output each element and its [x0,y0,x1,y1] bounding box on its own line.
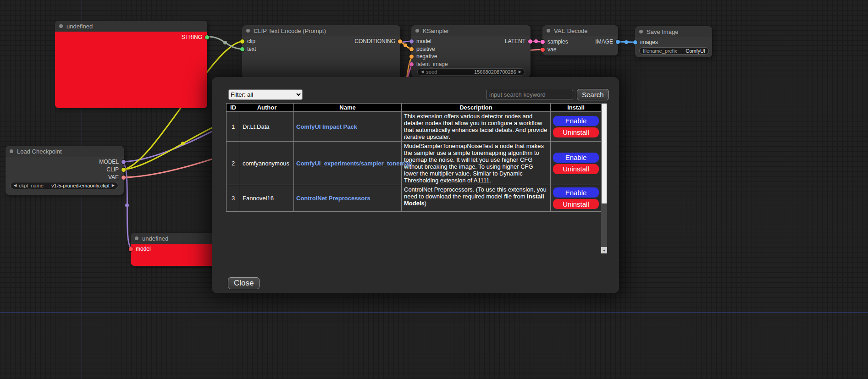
output-port-clip[interactable] [122,168,126,172]
node-ksampler[interactable]: KSampler model positive negative latent_… [411,25,531,77]
node-title: KSampler [423,27,449,34]
node-title: CLIP Text Encode (Prompt) [254,27,326,34]
ext-id: 1 [227,112,240,142]
scroll-down-icon: ▼ [603,249,606,252]
search-input[interactable] [486,90,573,99]
node-load-checkpoint[interactable]: Load Checkpoint MODEL CLIP VAE ◀ ckpt_na… [6,146,124,195]
widget-label: filename_prefix [643,48,677,54]
output-port-latent[interactable] [528,39,532,44]
table-header-row: ID Author Name Description Install [227,104,602,112]
input-label: latent_image [416,61,448,67]
uninstall-button[interactable]: Uninstall [553,164,599,174]
ext-author: comfyanonymous [240,142,294,185]
extension-row: 2 comfyanonymous ComfyUI_experiments/sam… [227,142,602,185]
output-label: STRING [182,34,202,40]
close-button[interactable]: Close [228,277,260,289]
input-label: positive [416,46,435,52]
input-label: clip [247,38,255,44]
input-label: model [416,38,431,44]
output-label: IMAGE [595,38,613,45]
node-undefined-string[interactable]: undefined STRING [55,21,207,108]
input-port-images[interactable] [633,40,637,44]
input-port-vae[interactable] [541,48,545,52]
uninstall-button[interactable]: Uninstall [553,199,599,209]
ext-name-link[interactable]: ComfyUI Impact Pack [296,123,357,130]
node-title: VAE Decode [554,27,587,34]
collapse-dot-icon[interactable] [246,29,250,33]
collapse-dot-icon[interactable] [415,29,419,33]
output-label: MODEL [99,159,119,165]
input-port-latent-image[interactable] [409,62,414,66]
node-title: undefined [142,235,168,242]
filter-select[interactable]: Filter: all [228,89,303,100]
scrollbar[interactable]: ▼ [601,103,607,253]
input-port-text[interactable] [240,47,244,51]
extension-row: 3 Fannovel16 ControlNet Preprocessors Co… [227,185,602,212]
next-arrow-icon[interactable]: ▶ [112,184,115,187]
output-label: LATENT [505,38,525,44]
input-port-model[interactable] [129,247,133,251]
input-port-samples[interactable] [541,40,545,44]
node-titlebar[interactable]: VAE Decode [542,25,618,36]
output-label: CLIP [106,166,119,173]
node-titlebar[interactable]: KSampler [411,25,531,36]
output-port-vae[interactable] [122,176,126,180]
enable-button[interactable]: Enable [553,153,599,163]
scrollbar-thumb[interactable] [602,104,607,203]
uninstall-button[interactable]: Uninstall [553,127,599,137]
widget-value: 156680208700286 [474,69,516,75]
output-port-string[interactable] [205,35,209,39]
header-id: ID [227,104,240,112]
widget-value: ComfyUI [686,48,705,54]
widget-label: seed [426,69,437,75]
previous-arrow-icon[interactable]: ◀ [14,184,17,187]
input-port-clip[interactable] [240,39,244,44]
ext-author: Dr.Lt.Data [240,112,294,142]
increment-arrow-icon[interactable]: ▶ [519,70,521,74]
decrement-arrow-icon[interactable]: ◀ [421,70,424,74]
node-save-image[interactable]: Save Image images filename_prefix ComfyU… [635,26,712,57]
widget-label: ckpt_name [19,183,44,188]
node-title: Load Checkpoint [17,148,62,155]
input-label: vae [547,46,556,53]
collapse-dot-icon[interactable] [59,24,63,28]
node-titlebar[interactable]: Save Image [635,26,712,37]
output-port-image[interactable] [616,40,620,44]
node-title: undefined [66,23,93,30]
node-clip-text-encode[interactable]: CLIP Text Encode (Prompt) clip text COND… [242,25,400,78]
output-port-conditioning[interactable] [398,39,402,44]
node-vae-decode[interactable]: VAE Decode samples vae IMAGE [542,25,618,55]
node-titlebar[interactable]: CLIP Text Encode (Prompt) [242,25,400,36]
node-titlebar[interactable]: undefined [55,21,207,32]
extension-table: ID Author Name Description Install 1 Dr.… [226,103,602,212]
ckpt-name-widget[interactable]: ◀ ckpt_name v1-5-pruned-emaonly.ckpt ▶ [10,182,118,189]
ext-id: 2 [227,142,240,185]
search-button[interactable]: Search [577,89,609,100]
enable-button[interactable]: Enable [553,116,599,126]
extension-manager-dialog: Filter: all Search ID Author Name Descri… [212,77,619,293]
filename-prefix-widget[interactable]: filename_prefix ComfyUI [639,47,709,55]
node-title: Save Image [647,28,678,35]
output-label: CONDITIONING [354,38,395,44]
node-titlebar[interactable]: Load Checkpoint [6,146,124,157]
collapse-dot-icon[interactable] [547,29,550,33]
input-port-positive[interactable] [409,47,414,51]
collapse-dot-icon[interactable] [10,149,13,153]
ext-name-link[interactable]: ControlNet Preprocessors [296,195,370,202]
enable-button[interactable]: Enable [553,187,599,198]
ext-description: This extension offers various detector n… [402,112,551,142]
extension-row: 1 Dr.Lt.Data ComfyUI Impact Pack This ex… [227,112,602,142]
input-port-model[interactable] [409,39,414,44]
ext-id: 3 [227,185,240,212]
scroll-down-button[interactable]: ▼ [601,247,607,253]
collapse-dot-icon[interactable] [135,236,138,240]
seed-widget[interactable]: ◀ seed 156680208700286 ▶ [417,68,525,76]
output-label: VAE [108,174,119,181]
ext-name-link[interactable]: ComfyUI_experiments/sampler_tonemap [296,160,412,167]
input-label: model [136,246,151,252]
output-port-model[interactable] [122,160,126,164]
input-label: images [640,39,658,45]
collapse-dot-icon[interactable] [639,30,643,33]
ext-description: ModelSamplerTonemapNoiseTest a node that… [402,142,551,185]
input-port-negative[interactable] [409,55,414,59]
